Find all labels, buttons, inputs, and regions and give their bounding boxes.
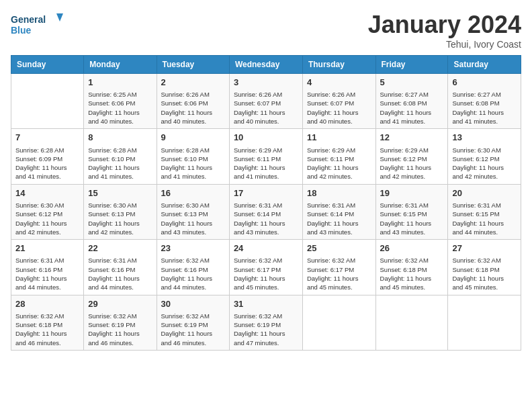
day-number: 23 <box>161 242 225 255</box>
day-info-text: Sunset: 6:16 PM <box>88 265 152 274</box>
day-info-text: Daylight: 11 hours <box>452 219 517 228</box>
day-info-text: and 46 minutes. <box>161 338 225 347</box>
header-day-monday: Monday <box>84 56 157 74</box>
day-info-text: and 44 minutes. <box>161 283 225 291</box>
day-info-text: and 42 minutes. <box>380 172 444 181</box>
empty-cell <box>11 74 84 129</box>
day-info-text: Daylight: 11 hours <box>234 274 298 283</box>
calendar-day-11: 11Sunrise: 6:29 AMSunset: 6:11 PMDayligh… <box>302 129 375 184</box>
day-number: 10 <box>234 132 298 144</box>
day-number: 30 <box>161 298 225 310</box>
day-info-text: Daylight: 11 hours <box>161 219 225 228</box>
day-info-text: Daylight: 11 hours <box>161 274 225 283</box>
day-info-text: and 41 minutes. <box>161 172 225 181</box>
day-info-text: Daylight: 11 hours <box>88 329 152 338</box>
month-title: January 2024 <box>368 11 521 39</box>
calendar-day-31: 31Sunrise: 6:32 AMSunset: 6:19 PMDayligh… <box>229 295 302 350</box>
calendar-week-5: 28Sunrise: 6:32 AMSunset: 6:18 PMDayligh… <box>11 295 521 350</box>
day-info-text: and 42 minutes. <box>88 228 152 236</box>
day-info-text: and 46 minutes. <box>88 338 152 347</box>
day-info-text: Daylight: 11 hours <box>307 108 371 117</box>
day-info-text: Sunset: 6:19 PM <box>88 320 152 329</box>
day-number: 5 <box>380 77 444 89</box>
calendar-header: SundayMondayTuesdayWednesdayThursdayFrid… <box>11 56 521 74</box>
day-info-text: Daylight: 11 hours <box>88 219 152 228</box>
day-number: 3 <box>234 77 298 89</box>
calendar-day-6: 6Sunrise: 6:27 AMSunset: 6:08 PMDaylight… <box>448 74 521 129</box>
day-number: 13 <box>452 132 517 144</box>
day-info-text: Sunrise: 6:31 AM <box>88 256 152 265</box>
day-info-text: Sunrise: 6:31 AM <box>452 201 517 210</box>
day-info-text: Daylight: 11 hours <box>88 274 152 283</box>
day-info-text: Daylight: 11 hours <box>380 163 444 172</box>
day-info-text: Sunset: 6:12 PM <box>380 154 444 163</box>
day-info-text: and 46 minutes. <box>15 338 79 347</box>
day-number: 15 <box>88 187 152 199</box>
calendar-day-3: 3Sunrise: 6:26 AMSunset: 6:07 PMDaylight… <box>229 74 302 129</box>
day-info-text: Daylight: 11 hours <box>15 329 79 338</box>
calendar-day-25: 25Sunrise: 6:32 AMSunset: 6:17 PMDayligh… <box>302 240 375 295</box>
day-info-text: Sunset: 6:10 PM <box>161 154 225 163</box>
calendar-day-23: 23Sunrise: 6:32 AMSunset: 6:16 PMDayligh… <box>157 240 229 295</box>
day-info-text: Sunrise: 6:31 AM <box>307 201 371 210</box>
calendar-day-5: 5Sunrise: 6:27 AMSunset: 6:08 PMDaylight… <box>375 74 448 129</box>
day-info-text: and 40 minutes. <box>307 117 371 126</box>
calendar-day-21: 21Sunrise: 6:31 AMSunset: 6:16 PMDayligh… <box>11 240 84 295</box>
day-info-text: Daylight: 11 hours <box>234 329 298 338</box>
calendar-day-19: 19Sunrise: 6:31 AMSunset: 6:15 PMDayligh… <box>375 184 448 239</box>
calendar-day-7: 7Sunrise: 6:28 AMSunset: 6:09 PMDaylight… <box>11 129 84 184</box>
day-info-text: Daylight: 11 hours <box>88 108 152 117</box>
day-info-text: Sunrise: 6:28 AM <box>161 146 225 154</box>
calendar-week-4: 21Sunrise: 6:31 AMSunset: 6:16 PMDayligh… <box>11 240 521 295</box>
day-info-text: and 45 minutes. <box>307 283 371 291</box>
day-info-text: and 43 minutes. <box>380 228 444 236</box>
day-number: 26 <box>380 242 444 255</box>
day-info-text: Sunrise: 6:26 AM <box>234 90 298 99</box>
calendar-day-9: 9Sunrise: 6:28 AMSunset: 6:10 PMDaylight… <box>157 129 229 184</box>
day-info-text: Sunset: 6:16 PM <box>161 265 225 274</box>
day-number: 31 <box>234 298 298 310</box>
day-info-text: Daylight: 11 hours <box>380 274 444 283</box>
day-info-text: Daylight: 11 hours <box>15 163 79 172</box>
day-info-text: Sunrise: 6:25 AM <box>88 90 152 99</box>
day-info-text: Sunrise: 6:32 AM <box>234 312 298 320</box>
day-number: 19 <box>380 187 444 199</box>
empty-cell <box>448 295 521 350</box>
day-info-text: Daylight: 11 hours <box>15 274 79 283</box>
title-block: January 2024 Tehui, Ivory Coast <box>368 11 521 50</box>
day-number: 9 <box>161 132 225 144</box>
day-info-text: and 41 minutes. <box>234 172 298 181</box>
day-info-text: Sunrise: 6:32 AM <box>15 312 79 320</box>
calendar-day-10: 10Sunrise: 6:29 AMSunset: 6:11 PMDayligh… <box>229 129 302 184</box>
day-info-text: Daylight: 11 hours <box>380 108 444 117</box>
day-info-text: Daylight: 11 hours <box>15 219 79 228</box>
day-info-text: Sunrise: 6:26 AM <box>307 90 371 99</box>
day-info-text: Sunset: 6:18 PM <box>452 265 517 274</box>
day-info-text: Sunset: 6:15 PM <box>380 210 444 218</box>
day-info-text: Daylight: 11 hours <box>161 329 225 338</box>
day-info-text: and 45 minutes. <box>380 283 444 291</box>
calendar-day-13: 13Sunrise: 6:30 AMSunset: 6:12 PMDayligh… <box>448 129 521 184</box>
day-number: 16 <box>161 187 225 199</box>
calendar-week-3: 14Sunrise: 6:30 AMSunset: 6:12 PMDayligh… <box>11 184 521 239</box>
day-number: 8 <box>88 132 152 144</box>
day-info-text: and 42 minutes. <box>452 172 517 181</box>
calendar-day-14: 14Sunrise: 6:30 AMSunset: 6:12 PMDayligh… <box>11 184 84 239</box>
day-number: 7 <box>15 132 79 144</box>
day-number: 17 <box>234 187 298 199</box>
day-info-text: Sunrise: 6:27 AM <box>380 90 444 99</box>
day-number: 12 <box>380 132 444 144</box>
day-info-text: Sunrise: 6:29 AM <box>307 146 371 154</box>
day-number: 2 <box>161 77 225 89</box>
calendar-day-1: 1Sunrise: 6:25 AMSunset: 6:06 PMDaylight… <box>84 74 157 129</box>
day-number: 25 <box>307 242 371 255</box>
calendar-day-17: 17Sunrise: 6:31 AMSunset: 6:14 PMDayligh… <box>229 184 302 239</box>
day-number: 29 <box>88 298 152 310</box>
calendar-day-20: 20Sunrise: 6:31 AMSunset: 6:15 PMDayligh… <box>448 184 521 239</box>
day-info-text: Sunrise: 6:27 AM <box>452 90 517 99</box>
day-number: 21 <box>15 242 79 255</box>
location-subtitle: Tehui, Ivory Coast <box>368 39 521 50</box>
header-day-wednesday: Wednesday <box>229 56 302 74</box>
day-number: 27 <box>452 242 517 255</box>
calendar-day-8: 8Sunrise: 6:28 AMSunset: 6:10 PMDaylight… <box>84 129 157 184</box>
